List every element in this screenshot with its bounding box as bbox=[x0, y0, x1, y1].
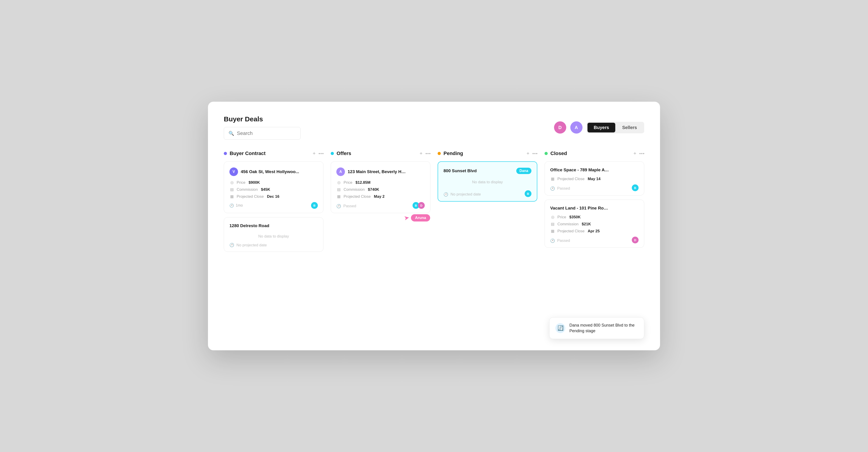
column-title-offers: Offers bbox=[337, 151, 351, 156]
no-data-800: No data to display bbox=[443, 178, 531, 187]
col-add-button-offers[interactable]: + bbox=[420, 151, 423, 156]
tab-buyers[interactable]: Buyers bbox=[587, 123, 616, 132]
col-title-group-pending: Pending bbox=[438, 151, 463, 156]
price-icon: ◎ bbox=[229, 180, 235, 185]
cursor-icon: ➤ bbox=[403, 214, 410, 222]
toast-icon: 🔄 bbox=[555, 323, 565, 333]
card-footer-123: 🕐 Passed B D bbox=[336, 202, 425, 209]
app-window: Buyer Deals 🔍 D A Buyers Sellers Buyer C… bbox=[208, 102, 660, 350]
field-projected-close: ▦ Projected Close Dec 16 bbox=[229, 194, 318, 199]
footer-avatars-123: B D bbox=[412, 202, 425, 209]
clock-icon-passed: 🕐 bbox=[336, 204, 341, 208]
column-header-buyer-contract: Buyer Contract + bbox=[224, 151, 323, 156]
col-menu-button[interactable] bbox=[319, 153, 323, 154]
price-icon-2: ◎ bbox=[336, 180, 341, 185]
col-actions-closed: + bbox=[633, 151, 644, 156]
card-footer: 🕐 1mo B bbox=[229, 202, 318, 209]
field-price-vacant: ◎ Price $350K bbox=[550, 215, 639, 220]
status-passed-vacant: 🕐 Passed bbox=[550, 238, 570, 243]
footer-avatars-800: B bbox=[525, 190, 531, 197]
calendar-icon-office: ▦ bbox=[550, 176, 555, 181]
clock-icon-office: 🕐 bbox=[550, 186, 555, 191]
no-date-row: 🕐 No projected date bbox=[229, 243, 318, 248]
col-dot-green bbox=[545, 152, 548, 155]
tab-sellers[interactable]: Sellers bbox=[616, 123, 643, 132]
card-123-title: 123 Main Street, Beverly Hil... bbox=[348, 169, 406, 174]
notification-toast: 🔄 Dana moved 800 Sunset Blvd to the Pend… bbox=[549, 317, 644, 339]
badge-dana: Dana bbox=[516, 168, 531, 174]
avatar-a[interactable]: A bbox=[570, 121, 583, 134]
card-800-sunset[interactable]: 800 Sunset Blvd Dana No data to display … bbox=[438, 161, 537, 202]
no-data-text: No data to display bbox=[229, 232, 318, 241]
search-icon: 🔍 bbox=[228, 131, 234, 136]
column-title-buyer-contract: Buyer Contract bbox=[230, 151, 266, 156]
col-add-button[interactable]: + bbox=[313, 151, 315, 156]
calendar-icon-vacant: ▦ bbox=[550, 229, 555, 233]
footer-avatar-b-4: B bbox=[632, 185, 639, 191]
field-price: ◎ Price $900K bbox=[229, 180, 318, 185]
footer-avatars: B bbox=[311, 202, 318, 209]
card-title-row-vacant: Vacant Land - 101 Pine Road, Br... bbox=[550, 206, 639, 211]
col-menu-button-closed[interactable] bbox=[640, 153, 644, 154]
card-vacant-land[interactable]: Vacant Land - 101 Pine Road, Br... ◎ Pri… bbox=[545, 199, 644, 248]
footer-avatar-d: D bbox=[418, 202, 425, 209]
col-add-button-closed[interactable]: + bbox=[633, 151, 636, 156]
col-dot-cyan bbox=[331, 152, 334, 155]
col-actions: + bbox=[313, 151, 323, 156]
card-1280-delresto[interactable]: 1280 Delresto Road No data to display 🕐 … bbox=[224, 217, 323, 252]
card-1280-title: 1280 Delresto Road bbox=[229, 223, 269, 228]
card-456-oak[interactable]: V 456 Oak St, West Hollywoo... ◎ Price $… bbox=[224, 161, 323, 213]
field-projected-close-vacant: ▦ Projected Close Apr 25 bbox=[550, 229, 639, 233]
dots-icon-pending bbox=[532, 153, 537, 154]
column-header-offers: Offers + bbox=[331, 151, 430, 156]
column-buyer-contract: Buyer Contract + V 456 Oak St, West Holl… bbox=[224, 151, 323, 256]
field-commission-123: ▤ Commission $740K bbox=[336, 187, 425, 192]
field-price-123: ◎ Price $12.85M bbox=[336, 180, 425, 185]
avatar-d[interactable]: D bbox=[554, 121, 566, 134]
card-title-row-2: 1280 Delresto Road bbox=[229, 223, 318, 228]
card-avatar-v: V bbox=[229, 167, 238, 176]
card-800-title: 800 Sunset Blvd bbox=[443, 168, 477, 173]
footer-avatar-d-2: D bbox=[632, 237, 639, 244]
col-add-button-pending[interactable]: + bbox=[526, 151, 529, 156]
col-menu-button-pending[interactable] bbox=[532, 153, 537, 154]
col-dot-blue bbox=[224, 152, 227, 155]
col-dot-orange bbox=[438, 152, 441, 155]
price-icon-vacant: ◎ bbox=[550, 215, 555, 220]
card-456-title: 456 Oak St, West Hollywoo... bbox=[241, 169, 299, 174]
footer-avatars-office: B bbox=[632, 185, 639, 191]
header: Buyer Deals 🔍 D A Buyers Sellers bbox=[224, 115, 644, 140]
card-footer-800: 🕐 No projected date B bbox=[443, 190, 531, 197]
aruna-badge: Aruna bbox=[411, 214, 430, 222]
tab-group: Buyers Sellers bbox=[587, 122, 644, 133]
column-title-closed: Closed bbox=[550, 151, 567, 156]
card-123-main[interactable]: A 123 Main Street, Beverly Hil... ◎ Pric… bbox=[331, 161, 430, 213]
card-vacant-title: Vacant Land - 101 Pine Road, Br... bbox=[550, 206, 609, 211]
column-header-closed: Closed + bbox=[545, 151, 644, 156]
card-title-row: V 456 Oak St, West Hollywoo... bbox=[229, 167, 318, 176]
card-footer-office: 🕐 Passed B bbox=[550, 185, 639, 191]
commission-icon: ▤ bbox=[229, 187, 235, 192]
dots-icon bbox=[319, 153, 323, 154]
search-bar[interactable]: 🔍 bbox=[224, 127, 301, 140]
col-title-group-offers: Offers bbox=[331, 151, 351, 156]
card-time: 🕐 1mo bbox=[229, 203, 243, 208]
footer-avatar-b-3: B bbox=[525, 190, 531, 197]
calendar-icon-2: ▦ bbox=[336, 194, 341, 199]
card-title-left: V 456 Oak St, West Hollywoo... bbox=[229, 167, 299, 176]
card-title-row-123: A 123 Main Street, Beverly Hil... bbox=[336, 167, 425, 176]
col-actions-pending: + bbox=[526, 151, 537, 156]
status-passed-office: 🕐 Passed bbox=[550, 186, 570, 191]
col-menu-button-offers[interactable] bbox=[426, 153, 430, 154]
search-input[interactable] bbox=[237, 130, 296, 136]
calendar-icon: ▦ bbox=[229, 194, 235, 199]
commission-icon-2: ▤ bbox=[336, 187, 341, 192]
dots-icon-offers bbox=[426, 153, 430, 154]
col-title-group: Buyer Contract bbox=[224, 151, 266, 156]
card-office-space[interactable]: Office Space - 789 Maple Ave, ... ▦ Proj… bbox=[545, 161, 644, 195]
field-commission: ▤ Commission $45K bbox=[229, 187, 318, 192]
toast-text: Dana moved 800 Sunset Blvd to the Pendin… bbox=[569, 323, 638, 334]
commission-icon-vacant: ▤ bbox=[550, 222, 555, 226]
column-offers: Offers + A 123 Main Street, Beverly Hil.… bbox=[331, 151, 430, 256]
clock-icon-vacant: 🕐 bbox=[550, 238, 555, 243]
